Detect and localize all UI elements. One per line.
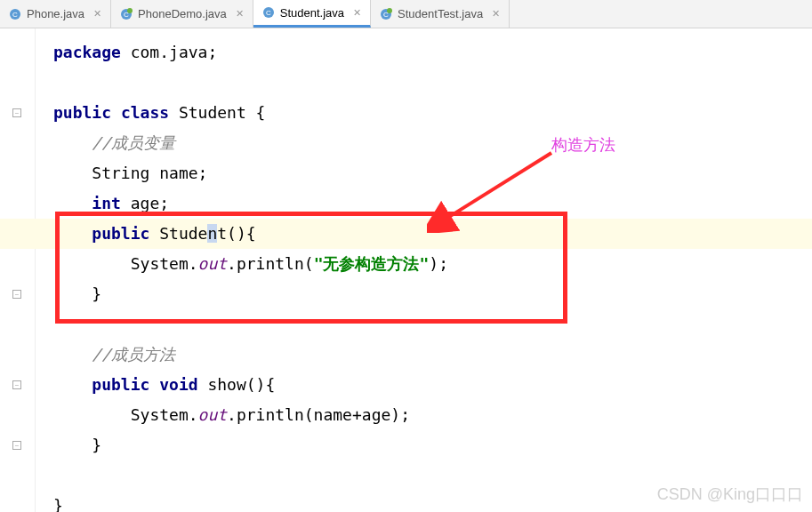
tab-label: Phone.java (27, 7, 84, 20)
code-line: String name; (53, 158, 812, 188)
fold-marker[interactable] (12, 290, 21, 299)
editor: package com.java; public class Student {… (0, 28, 812, 512)
gutter[interactable] (0, 28, 36, 512)
svg-text:C: C (266, 9, 271, 17)
code-line (53, 68, 812, 98)
code-line: public void show(){ (53, 370, 812, 400)
code-line: } (53, 279, 812, 309)
tab-phone[interactable]: C Phone.java ✕ (0, 0, 111, 28)
close-icon[interactable]: ✕ (492, 8, 500, 20)
svg-text:C: C (124, 11, 129, 19)
tab-label: PhoneDemo.java (138, 7, 227, 20)
fold-marker[interactable] (12, 380, 21, 389)
close-icon[interactable]: ✕ (353, 7, 361, 19)
tab-phonedemo[interactable]: C PhoneDemo.java ✕ (111, 0, 253, 28)
code-line: int age; (53, 188, 812, 219)
code-line-highlighted: public Student(){ (0, 219, 812, 249)
code-line (53, 309, 812, 340)
code-area[interactable]: package com.java; public class Student {… (36, 28, 812, 512)
code-line: package com.java; (53, 37, 812, 68)
close-icon[interactable]: ✕ (93, 8, 101, 20)
fold-marker[interactable] (12, 441, 21, 450)
tab-label: StudentTest.java (398, 7, 483, 20)
fold-marker[interactable] (12, 108, 21, 117)
code-line: //成员变量 (53, 128, 812, 158)
svg-text:C: C (383, 11, 389, 19)
code-line: public class Student { (53, 98, 812, 128)
editor-tabbar: C Phone.java ✕ C PhoneDemo.java ✕ C Stud… (0, 0, 812, 28)
tab-student[interactable]: C Student.java ✕ (253, 0, 371, 28)
tab-studenttest[interactable]: C StudentTest.java ✕ (371, 0, 510, 28)
java-file-icon: C (262, 6, 275, 19)
close-icon[interactable]: ✕ (236, 8, 244, 20)
watermark: CSDN @King口口口 (657, 484, 803, 505)
java-file-icon: C (9, 8, 21, 20)
code-line: System.out.println(name+age); (53, 400, 812, 430)
java-file-icon: C (380, 8, 392, 20)
svg-text:C: C (12, 11, 18, 19)
code-line: } (53, 430, 812, 460)
java-file-icon: C (120, 8, 133, 20)
annotation-label: 构造方法 (551, 130, 615, 160)
code-line: //成员方法 (53, 340, 812, 370)
code-line: System.out.println("无参构造方法"); (53, 249, 812, 279)
tab-label: Student.java (280, 6, 344, 20)
